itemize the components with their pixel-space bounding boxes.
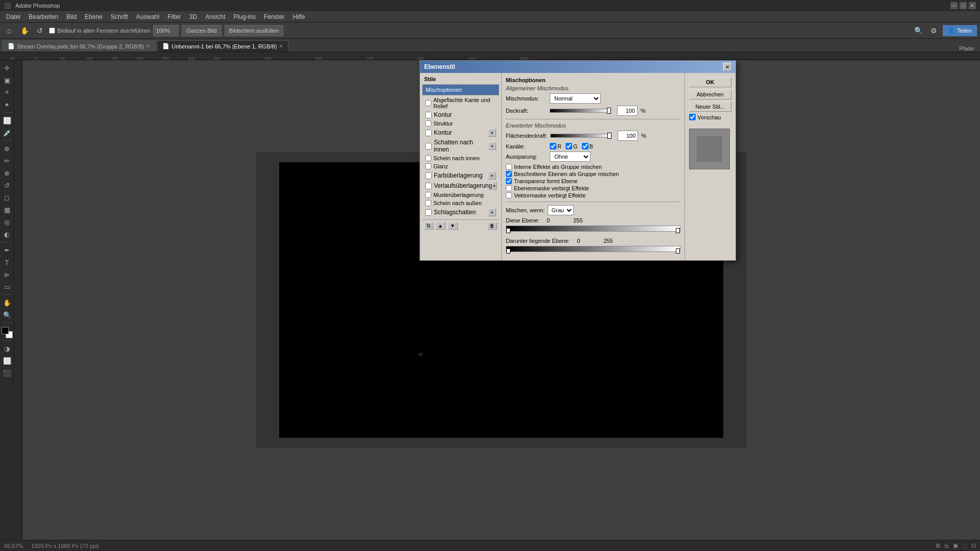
diese-ebene-thumb-left[interactable] — [506, 228, 510, 233]
cb-schein-aussen[interactable] — [425, 200, 431, 206]
style-glanz[interactable]: Glanz — [422, 162, 499, 170]
deckraft-input[interactable] — [617, 106, 638, 116]
flachendeckraft-slider[interactable] — [550, 133, 611, 139]
crop-tool[interactable]: ⬜ — [2, 115, 13, 126]
schatten-innen-add-button[interactable]: + — [488, 142, 496, 150]
tab-close-1[interactable]: ✕ — [279, 43, 283, 49]
dodge-tool[interactable]: ◐ — [2, 229, 13, 240]
home-button[interactable]: ⌂ — [3, 24, 15, 37]
darunter-ebene-thumb-left[interactable] — [506, 248, 510, 254]
style-abgeflachte[interactable]: Abgeflachte Kante und Relief — [422, 96, 499, 110]
style-schein-innen[interactable]: Schein nach innen — [422, 154, 499, 162]
zoom-tool[interactable]: 🔍 — [2, 309, 13, 320]
kontur2-add-button[interactable]: + — [488, 129, 496, 137]
flachendeckraft-slider-thumb[interactable] — [607, 133, 611, 139]
pen-tool[interactable]: ✒ — [2, 244, 13, 256]
deckraft-slider-thumb[interactable] — [607, 108, 611, 114]
stamp-tool[interactable]: ⊗ — [2, 167, 13, 179]
menu-datei[interactable]: Datei — [2, 12, 24, 21]
cb-ebenenmaske[interactable] — [506, 185, 512, 191]
tab-0[interactable]: 📄 Stream Overlay.psdc bei 66,7% (Gruppe … — [2, 40, 156, 52]
cancel-button[interactable]: Abbrechen — [689, 89, 731, 99]
cb-schlagschatten[interactable] — [425, 209, 432, 216]
ok-button[interactable]: OK — [689, 77, 731, 87]
ebenenstil-dialog[interactable]: Ebenenstil ✕ Stile Mischoptionen Abgefla… — [420, 60, 736, 261]
stile-mischoptionen[interactable]: Mischoptionen — [422, 84, 499, 95]
fx-delete-button[interactable]: 🗑 — [487, 222, 497, 230]
new-style-button[interactable]: Neuer Stil... — [689, 102, 731, 112]
aussparung-select[interactable]: Ohne — [550, 152, 591, 162]
mischen-wenn-select[interactable]: Grau — [548, 205, 574, 215]
cb-verlaufs[interactable] — [425, 183, 432, 189]
schlagschatten-add-button[interactable]: + — [488, 208, 496, 216]
maximize-button[interactable]: □ — [960, 2, 967, 9]
gradient-tool[interactable]: ▦ — [2, 204, 13, 215]
menu-filter[interactable]: Filter — [163, 12, 185, 21]
rotate-button[interactable]: ↺ — [34, 24, 46, 37]
close-button[interactable]: ✕ — [969, 2, 976, 9]
menu-3d[interactable]: 3D — [185, 12, 201, 21]
flachendeckraft-input[interactable] — [618, 131, 638, 141]
search-button[interactable]: 🔍 — [912, 24, 924, 37]
menu-plugins[interactable]: Plug-ins — [230, 12, 260, 21]
title-bar-controls[interactable]: ─ □ ✕ — [950, 2, 976, 9]
cb-interne[interactable] — [506, 164, 512, 170]
menu-fenster[interactable]: Fenster — [260, 12, 289, 21]
sync-checkbox[interactable] — [49, 28, 55, 34]
lasso-tool[interactable]: ⌖ — [2, 87, 13, 98]
history-brush-tool[interactable]: ↺ — [2, 180, 13, 191]
magic-wand-tool[interactable]: ✦ — [2, 99, 13, 110]
cb-muster[interactable] — [425, 192, 431, 198]
farbublagerung-add-button[interactable]: + — [488, 171, 496, 180]
style-muster[interactable]: Musterüberlagerung — [422, 191, 499, 199]
cb-farbublagerung[interactable] — [425, 172, 432, 179]
fit-button[interactable]: Ganzes Bild — [182, 25, 221, 36]
cb-transparenz[interactable] — [506, 178, 512, 184]
style-schein-aussen[interactable]: Schein nach außen — [422, 199, 499, 207]
blur-tool[interactable]: ◎ — [2, 216, 13, 228]
preview-checkbox[interactable] — [689, 114, 696, 120]
menu-schrift[interactable]: Schrift — [107, 12, 132, 21]
hand-tool-button[interactable]: ✋ — [18, 24, 31, 37]
menu-auswahl[interactable]: Auswahl — [132, 12, 163, 21]
tab-close-0[interactable]: ✕ — [146, 43, 150, 49]
mischmodus-select[interactable]: Normal — [550, 93, 601, 104]
frame-tool[interactable]: ⬛ — [2, 367, 13, 379]
dialog-close-button[interactable]: ✕ — [723, 63, 731, 71]
kanale-b-checkbox[interactable] — [582, 143, 589, 149]
hand-tool[interactable]: ✋ — [2, 297, 13, 308]
share-button[interactable]: 👤 Teilen — [943, 25, 977, 36]
eyedropper-tool[interactable]: 💉 — [2, 127, 13, 138]
color-swatches[interactable] — [2, 327, 13, 338]
darunter-ebene-thumb-right[interactable] — [676, 248, 680, 254]
cb-beschnittene[interactable] — [506, 171, 512, 177]
fill-button[interactable]: Bildschirm ausfüllen — [225, 25, 284, 36]
kanale-g-checkbox[interactable] — [566, 143, 572, 149]
foreground-color-swatch[interactable] — [2, 327, 9, 334]
mask-mode-button[interactable]: ◑ — [2, 343, 13, 354]
kanale-r-checkbox[interactable] — [550, 143, 556, 149]
screen-mode-button[interactable]: ⬜ — [2, 355, 13, 366]
cb-kontur2[interactable] — [425, 130, 432, 136]
menu-bearbeiten[interactable]: Bearbeiten — [24, 12, 62, 21]
menu-ebene[interactable]: Ebene — [81, 12, 107, 21]
diese-ebene-thumb-right[interactable] — [676, 228, 680, 233]
fx-down-button[interactable]: ▼ — [448, 222, 458, 230]
fx-up-button[interactable]: ▲ — [435, 222, 446, 230]
menu-hilfe[interactable]: Hilfe — [289, 12, 309, 21]
cb-vektormaske[interactable] — [506, 192, 512, 198]
zoom-input[interactable]: 100% — [153, 25, 179, 36]
deckraft-slider[interactable] — [550, 108, 611, 114]
eraser-tool[interactable]: ◻ — [2, 192, 13, 203]
diese-ebene-slider[interactable] — [506, 226, 680, 232]
select-rect-tool[interactable]: ▣ — [2, 74, 13, 86]
settings-button[interactable]: ⚙ — [927, 24, 940, 37]
brush-tool[interactable]: ✏ — [2, 155, 13, 166]
path-select-tool[interactable]: ⊳ — [2, 269, 13, 280]
cb-schein-innen[interactable] — [425, 155, 431, 161]
minimize-button[interactable]: ─ — [950, 2, 958, 9]
cb-kontur1[interactable] — [425, 112, 432, 118]
cb-glanz[interactable] — [425, 163, 431, 169]
style-struktur[interactable]: Struktur — [422, 119, 499, 128]
move-tool[interactable]: ✛ — [2, 62, 13, 73]
